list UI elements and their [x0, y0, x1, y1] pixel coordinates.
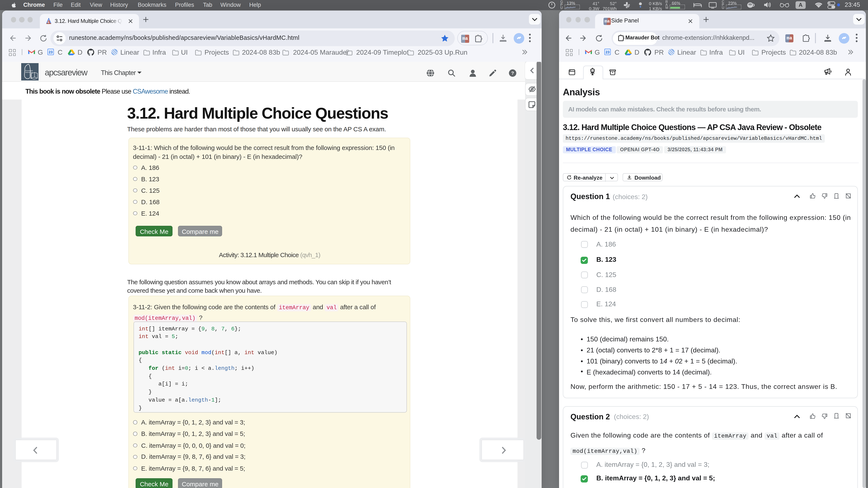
svg-text:Interactive: Interactive: [25, 71, 32, 73]
svg-text:?: ?: [511, 70, 514, 76]
